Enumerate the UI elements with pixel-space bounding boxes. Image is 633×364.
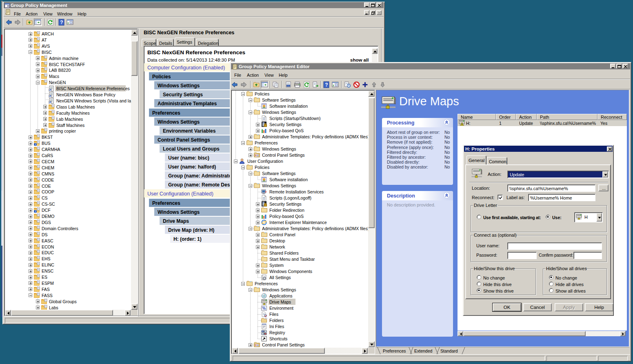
svg-text:%: % bbox=[262, 306, 266, 311]
svg-text:?: ? bbox=[60, 20, 63, 25]
svg-text:?: ? bbox=[325, 82, 328, 88]
